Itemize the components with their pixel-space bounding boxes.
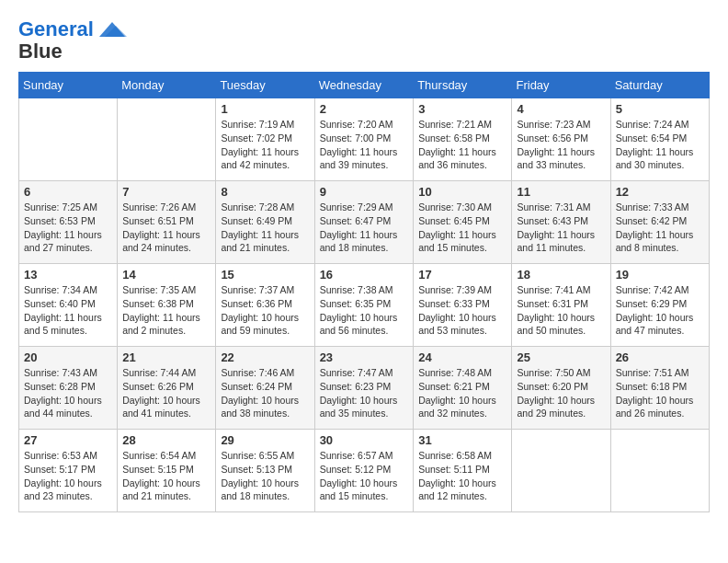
day-number: 10 (418, 185, 506, 199)
calendar-empty-cell (512, 430, 610, 512)
calendar-day-cell: 6Sunrise: 7:25 AM Sunset: 6:53 PM Daylig… (19, 181, 118, 264)
calendar-day-cell: 10Sunrise: 7:30 AM Sunset: 6:45 PM Dayli… (414, 181, 512, 264)
day-number: 4 (517, 102, 605, 116)
calendar-day-cell: 4Sunrise: 7:23 AM Sunset: 6:56 PM Daylig… (512, 98, 610, 181)
calendar-day-cell: 9Sunrise: 7:29 AM Sunset: 6:47 PM Daylig… (314, 181, 414, 264)
day-number: 5 (616, 102, 704, 116)
day-info-text: Sunrise: 6:58 AM Sunset: 5:11 PM Dayligh… (418, 449, 506, 503)
logo-icon (96, 20, 129, 39)
col-header-friday: Friday (512, 73, 610, 98)
day-info-text: Sunrise: 6:55 AM Sunset: 5:13 PM Dayligh… (221, 449, 309, 503)
logo-text: General (18, 18, 94, 40)
calendar-day-cell: 3Sunrise: 7:21 AM Sunset: 6:58 PM Daylig… (414, 98, 512, 181)
day-info-text: Sunrise: 7:46 AM Sunset: 6:24 PM Dayligh… (221, 366, 309, 420)
day-info-text: Sunrise: 7:26 AM Sunset: 6:51 PM Dayligh… (122, 201, 210, 255)
day-info-text: Sunrise: 7:23 AM Sunset: 6:56 PM Dayligh… (517, 118, 605, 172)
calendar-day-cell: 19Sunrise: 7:42 AM Sunset: 6:29 PM Dayli… (610, 264, 709, 347)
day-info-text: Sunrise: 6:54 AM Sunset: 5:15 PM Dayligh… (122, 449, 210, 503)
day-number: 19 (616, 268, 704, 282)
day-info-text: Sunrise: 7:33 AM Sunset: 6:42 PM Dayligh… (616, 201, 704, 255)
day-number: 26 (616, 350, 704, 364)
calendar-day-cell: 24Sunrise: 7:48 AM Sunset: 6:21 PM Dayli… (414, 347, 512, 430)
day-number: 20 (24, 350, 112, 364)
page-header: General Blue (18, 18, 710, 63)
day-info-text: Sunrise: 6:53 AM Sunset: 5:17 PM Dayligh… (24, 449, 112, 503)
col-header-monday: Monday (118, 73, 216, 98)
day-info-text: Sunrise: 7:29 AM Sunset: 6:47 PM Dayligh… (320, 201, 409, 255)
calendar-header-row: SundayMondayTuesdayWednesdayThursdayFrid… (19, 73, 710, 98)
day-number: 24 (418, 350, 506, 364)
calendar-day-cell: 11Sunrise: 7:31 AM Sunset: 6:43 PM Dayli… (512, 181, 610, 264)
calendar-day-cell: 17Sunrise: 7:39 AM Sunset: 6:33 PM Dayli… (414, 264, 512, 347)
day-info-text: Sunrise: 7:28 AM Sunset: 6:49 PM Dayligh… (221, 201, 309, 255)
day-number: 11 (517, 185, 605, 199)
day-info-text: Sunrise: 7:44 AM Sunset: 6:26 PM Dayligh… (122, 366, 210, 420)
day-info-text: Sunrise: 7:34 AM Sunset: 6:40 PM Dayligh… (24, 283, 112, 338)
day-number: 6 (24, 185, 112, 199)
day-number: 2 (320, 102, 409, 116)
day-info-text: Sunrise: 7:19 AM Sunset: 7:02 PM Dayligh… (221, 118, 309, 172)
calendar-day-cell: 8Sunrise: 7:28 AM Sunset: 6:49 PM Daylig… (216, 181, 314, 264)
calendar-empty-cell (610, 430, 709, 512)
calendar-day-cell: 16Sunrise: 7:38 AM Sunset: 6:35 PM Dayli… (314, 264, 414, 347)
day-info-text: Sunrise: 7:38 AM Sunset: 6:35 PM Dayligh… (320, 283, 409, 338)
calendar-week-row: 1Sunrise: 7:19 AM Sunset: 7:02 PM Daylig… (19, 98, 710, 181)
calendar-empty-cell (118, 98, 216, 181)
col-header-thursday: Thursday (414, 73, 512, 98)
day-number: 1 (221, 102, 309, 116)
day-info-text: Sunrise: 7:48 AM Sunset: 6:21 PM Dayligh… (418, 366, 506, 420)
day-number: 23 (320, 350, 409, 364)
calendar-day-cell: 31Sunrise: 6:58 AM Sunset: 5:11 PM Dayli… (414, 430, 512, 512)
calendar-week-row: 27Sunrise: 6:53 AM Sunset: 5:17 PM Dayli… (19, 430, 710, 512)
calendar-empty-cell (19, 98, 118, 181)
day-number: 3 (418, 102, 506, 116)
calendar-day-cell: 20Sunrise: 7:43 AM Sunset: 6:28 PM Dayli… (19, 347, 118, 430)
calendar-day-cell: 29Sunrise: 6:55 AM Sunset: 5:13 PM Dayli… (216, 430, 314, 512)
day-number: 17 (418, 268, 506, 282)
day-info-text: Sunrise: 7:51 AM Sunset: 6:18 PM Dayligh… (616, 366, 704, 420)
col-header-tuesday: Tuesday (216, 73, 314, 98)
calendar-day-cell: 28Sunrise: 6:54 AM Sunset: 5:15 PM Dayli… (118, 430, 216, 512)
calendar-day-cell: 30Sunrise: 6:57 AM Sunset: 5:12 PM Dayli… (314, 430, 414, 512)
calendar-day-cell: 23Sunrise: 7:47 AM Sunset: 6:23 PM Dayli… (314, 347, 414, 430)
day-number: 9 (320, 185, 409, 199)
day-number: 7 (122, 185, 210, 199)
col-header-wednesday: Wednesday (314, 73, 414, 98)
day-number: 12 (616, 185, 704, 199)
calendar-day-cell: 1Sunrise: 7:19 AM Sunset: 7:02 PM Daylig… (216, 98, 314, 181)
day-info-text: Sunrise: 7:24 AM Sunset: 6:54 PM Dayligh… (616, 118, 704, 172)
calendar-day-cell: 18Sunrise: 7:41 AM Sunset: 6:31 PM Dayli… (512, 264, 610, 347)
calendar-day-cell: 15Sunrise: 7:37 AM Sunset: 6:36 PM Dayli… (216, 264, 314, 347)
calendar-day-cell: 13Sunrise: 7:34 AM Sunset: 6:40 PM Dayli… (19, 264, 118, 347)
day-number: 8 (221, 185, 309, 199)
logo-blue: Blue (18, 40, 63, 63)
day-info-text: Sunrise: 7:35 AM Sunset: 6:38 PM Dayligh… (122, 283, 210, 338)
day-number: 21 (122, 350, 210, 364)
day-info-text: Sunrise: 7:25 AM Sunset: 6:53 PM Dayligh… (24, 201, 112, 255)
calendar-day-cell: 14Sunrise: 7:35 AM Sunset: 6:38 PM Dayli… (118, 264, 216, 347)
day-info-text: Sunrise: 7:47 AM Sunset: 6:23 PM Dayligh… (320, 366, 409, 420)
day-info-text: Sunrise: 7:21 AM Sunset: 6:58 PM Dayligh… (418, 118, 506, 172)
day-info-text: Sunrise: 7:30 AM Sunset: 6:45 PM Dayligh… (418, 201, 506, 255)
day-number: 14 (122, 268, 210, 282)
day-info-text: Sunrise: 7:39 AM Sunset: 6:33 PM Dayligh… (418, 283, 506, 338)
day-info-text: Sunrise: 7:43 AM Sunset: 6:28 PM Dayligh… (24, 366, 112, 420)
calendar-day-cell: 5Sunrise: 7:24 AM Sunset: 6:54 PM Daylig… (610, 98, 709, 181)
calendar-week-row: 6Sunrise: 7:25 AM Sunset: 6:53 PM Daylig… (19, 181, 710, 264)
calendar-day-cell: 2Sunrise: 7:20 AM Sunset: 7:00 PM Daylig… (314, 98, 414, 181)
day-number: 28 (122, 433, 210, 447)
calendar-day-cell: 22Sunrise: 7:46 AM Sunset: 6:24 PM Dayli… (216, 347, 314, 430)
day-number: 25 (517, 350, 605, 364)
day-number: 29 (221, 433, 309, 447)
day-info-text: Sunrise: 7:37 AM Sunset: 6:36 PM Dayligh… (221, 283, 309, 338)
calendar-table: SundayMondayTuesdayWednesdayThursdayFrid… (18, 72, 710, 512)
calendar-day-cell: 25Sunrise: 7:50 AM Sunset: 6:20 PM Dayli… (512, 347, 610, 430)
logo: General Blue (18, 18, 129, 63)
day-info-text: Sunrise: 7:42 AM Sunset: 6:29 PM Dayligh… (616, 283, 704, 338)
col-header-saturday: Saturday (610, 73, 709, 98)
day-info-text: Sunrise: 7:31 AM Sunset: 6:43 PM Dayligh… (517, 201, 605, 255)
day-number: 27 (24, 433, 112, 447)
day-number: 16 (320, 268, 409, 282)
day-info-text: Sunrise: 7:20 AM Sunset: 7:00 PM Dayligh… (320, 118, 409, 172)
calendar-day-cell: 12Sunrise: 7:33 AM Sunset: 6:42 PM Dayli… (610, 181, 709, 264)
